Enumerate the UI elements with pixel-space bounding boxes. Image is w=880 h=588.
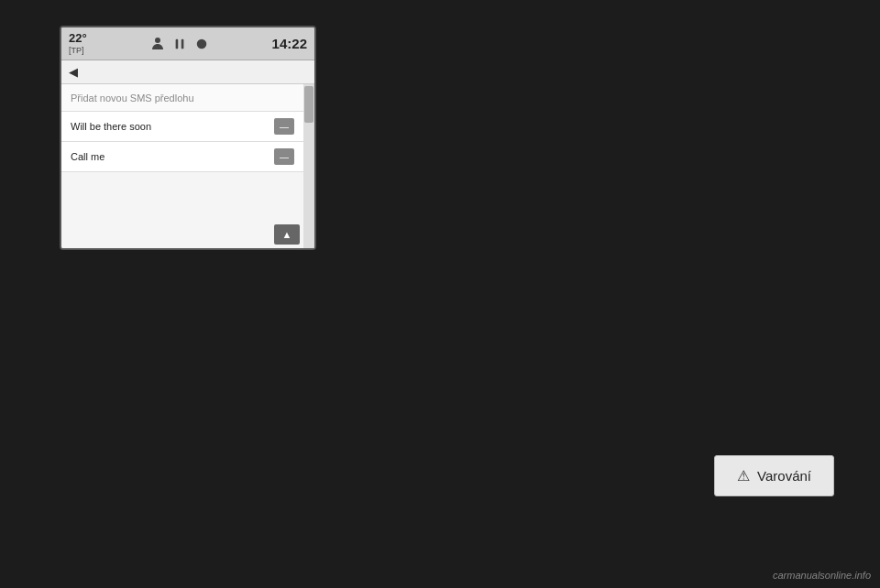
person-icon <box>149 36 166 52</box>
scrollbar-track[interactable] <box>303 84 314 248</box>
svg-rect-1 <box>175 38 178 49</box>
temperature-display: 22° <box>69 32 87 45</box>
template-1-text: Will be there soon <box>71 121 151 132</box>
car-screen: 22° [TP] <box>60 26 316 250</box>
list-item-1[interactable]: Will be there soon — <box>61 112 303 142</box>
delete-button-2[interactable]: — <box>274 148 294 165</box>
warning-box: ⚠ Varování <box>714 455 834 496</box>
status-icons <box>149 36 210 52</box>
warning-triangle-icon: ⚠ <box>737 467 750 485</box>
svg-point-0 <box>155 38 160 43</box>
status-left: 22° [TP] <box>69 32 87 54</box>
add-template-label: Přidat novou SMS předlohu <box>71 93 194 103</box>
pause-icon <box>171 36 188 52</box>
status-bar: 22° [TP] <box>61 27 314 60</box>
bottom-arrow-container: ▲ <box>270 221 303 248</box>
svg-rect-2 <box>181 38 183 49</box>
list-item-add[interactable]: Přidat novou SMS předlohu <box>61 84 303 112</box>
back-button[interactable]: ◀ <box>69 65 78 79</box>
svg-point-3 <box>196 38 206 49</box>
delete-button-1[interactable]: — <box>274 118 294 135</box>
watermark-text: carmanualsonline.info <box>773 570 871 581</box>
time-display: 14:22 <box>272 36 307 51</box>
scrollbar-thumb[interactable] <box>304 86 314 123</box>
template-2-text: Call me <box>71 151 104 162</box>
circle-icon <box>193 36 210 52</box>
warning-text: Varování <box>757 468 811 484</box>
nav-bar: ◀ <box>61 60 314 84</box>
tp-label: [TP] <box>69 46 84 55</box>
page-container: 22° [TP] <box>0 0 880 588</box>
list-item-2[interactable]: Call me — <box>61 142 303 172</box>
scroll-up-button[interactable]: ▲ <box>274 224 300 245</box>
watermark: carmanualsonline.info <box>773 570 871 581</box>
list-container: Přidat novou SMS předlohu Will be there … <box>61 84 303 248</box>
